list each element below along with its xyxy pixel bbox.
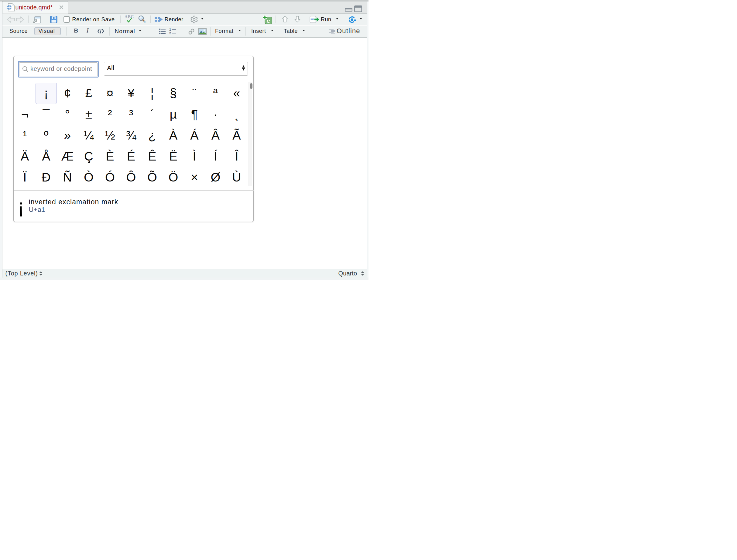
svg-text:2: 2 — [169, 31, 171, 35]
svg-text:1: 1 — [169, 28, 171, 31]
svg-text:C: C — [267, 18, 270, 23]
